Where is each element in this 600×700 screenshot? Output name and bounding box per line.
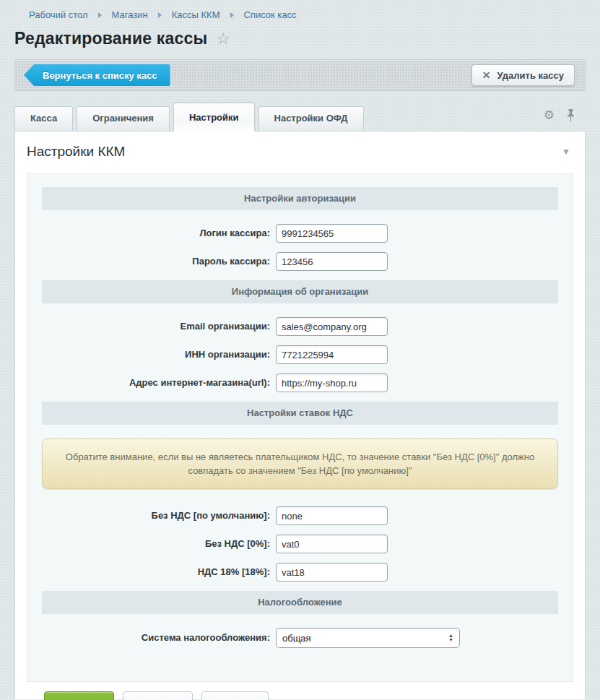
panel-header: Настройки ККМ ▼ — [15, 131, 585, 173]
vat-warning-notice: Обратите внимание, если вы не являетесь … — [42, 438, 558, 489]
tab-kassa[interactable]: Касса — [14, 106, 73, 131]
form-row: Адрес интернет-магазина(url): — [42, 373, 558, 392]
delete-cash-label: Удалить кассу — [497, 70, 564, 81]
org-email-label: Email организации: — [42, 317, 276, 336]
section-header-auth: Настройки авторизации — [42, 187, 558, 210]
tax-system-label: Система налогообложения: — [42, 628, 276, 647]
cashier-password-input[interactable] — [276, 252, 388, 271]
org-inn-input[interactable] — [276, 345, 388, 364]
back-to-list-button[interactable]: Вернуться к списку касс — [24, 64, 170, 86]
pin-icon[interactable] — [566, 108, 575, 122]
vat-zero-input[interactable] — [276, 535, 388, 553]
cashier-login-input[interactable] — [276, 224, 388, 243]
apply-button[interactable] — [123, 691, 193, 700]
form-row: Логин кассира: — [42, 224, 558, 243]
form-area: Настройки авторизации Логин кассира: Пар… — [27, 173, 573, 682]
cancel-button[interactable] — [201, 691, 269, 700]
save-button[interactable] — [44, 691, 114, 700]
shop-url-label: Адрес интернет-магазина(url): — [42, 373, 276, 392]
shop-url-input[interactable] — [276, 373, 388, 392]
cashier-password-label: Пароль кассира: — [42, 252, 276, 271]
breadcrumb-shop[interactable]: Магазин — [112, 9, 148, 20]
delete-cash-button[interactable]: ✕ Удалить кассу — [471, 64, 575, 86]
panel-title: Настройки ККМ — [27, 144, 125, 160]
org-inn-label: ИНН организации: — [42, 345, 276, 364]
select-stepper-icon: ▲▼ — [448, 634, 453, 642]
breadcrumb-kkm[interactable]: Кассы ККМ — [172, 9, 220, 20]
vat-default-label: Без НДС [по умолчанию]: — [42, 506, 276, 525]
breadcrumb-arrow-icon — [98, 12, 102, 18]
page-title: Редактирование кассы — [14, 29, 207, 48]
vat-18-input[interactable] — [276, 563, 388, 582]
section-header-tax: Налогообложение — [42, 591, 558, 614]
favorite-star-icon[interactable]: ☆ — [216, 31, 230, 47]
org-email-input[interactable] — [276, 317, 388, 336]
breadcrumb-arrow-icon — [158, 12, 162, 18]
form-row: Без НДС [по умолчанию]: — [42, 506, 558, 525]
tab-settings[interactable]: Настройки — [173, 103, 255, 131]
tab-bar: Касса Ограничения Настройки Настройки ОФ… — [14, 102, 586, 131]
close-icon: ✕ — [482, 69, 491, 81]
gear-icon[interactable]: ⚙ — [544, 110, 555, 121]
breadcrumb-desktop[interactable]: Рабочий стол — [29, 9, 88, 20]
form-row: Email организации: — [42, 317, 558, 336]
form-row: НДС 18% [18%]: — [42, 563, 558, 582]
form-row: Система налогообложения: общая ▲▼ — [42, 628, 558, 648]
breadcrumb-cash-list[interactable]: Список касс — [244, 9, 297, 20]
tab-ofd-settings[interactable]: Настройки ОФД — [258, 106, 364, 131]
chevron-down-icon[interactable]: ▼ — [562, 147, 573, 157]
section-header-vat: Настройки ставок НДС — [42, 402, 558, 425]
vat-default-input[interactable] — [276, 506, 388, 525]
vat-18-label: НДС 18% [18%]: — [42, 563, 276, 582]
settings-panel: Настройки ККМ ▼ Настройки авторизации Ло… — [14, 131, 586, 699]
tax-system-select[interactable]: общая ▲▼ — [276, 628, 460, 648]
tab-restrictions[interactable]: Ограничения — [77, 106, 170, 131]
section-header-org: Информация об организации — [42, 280, 558, 303]
cashier-login-label: Логин кассира: — [42, 224, 276, 243]
tab-bar-icons: ⚙ — [544, 108, 586, 131]
bottom-button-row — [44, 691, 269, 700]
tax-system-selected-value: общая — [282, 633, 448, 644]
form-row: ИНН организации: — [42, 345, 558, 364]
breadcrumb: Рабочий стол Магазин Кассы ККМ Список ка… — [0, 0, 600, 20]
form-row: Без НДС [0%]: — [42, 535, 558, 553]
breadcrumb-arrow-icon — [230, 12, 234, 18]
vat-zero-label: Без НДС [0%]: — [42, 535, 276, 553]
toolbar: Вернуться к списку касс ✕ Удалить кассу — [14, 59, 586, 91]
title-row: Редактирование кассы ☆ — [0, 20, 600, 48]
form-row: Пароль кассира: — [42, 252, 558, 271]
